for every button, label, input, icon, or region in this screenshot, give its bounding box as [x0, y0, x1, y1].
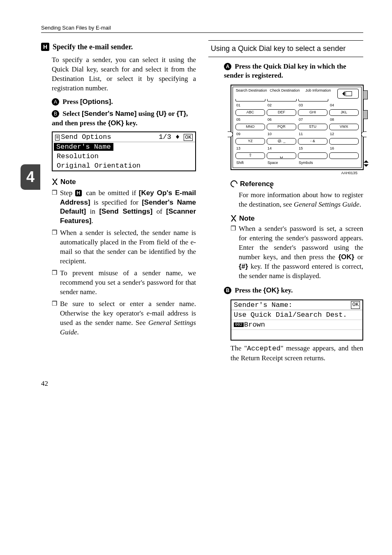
quick-dial-step-2: B Press the {OK} key.	[224, 286, 363, 295]
label-shift: Shift	[235, 161, 265, 165]
key-blank	[329, 138, 359, 145]
substep-1-number: A	[52, 98, 59, 106]
n4b: .	[77, 328, 79, 336]
ref-gsg: General Settings Guide	[294, 200, 360, 208]
bullet-icon: ❒	[231, 224, 239, 281]
accepted-mono: Accepted	[247, 345, 281, 352]
space-key-icon	[267, 152, 296, 159]
step-8-body: To specify a sender, you can select it u…	[52, 55, 196, 93]
note2-text: When a sender is selected, the sender na…	[60, 228, 196, 266]
s2a-r: Press the	[235, 286, 263, 294]
note-item-4: ❒ Be sure to select or enter a sender na…	[52, 299, 196, 337]
num-10: 10	[267, 132, 296, 136]
n1e: of	[152, 207, 166, 215]
reference-heading: Reference	[231, 180, 363, 188]
hash-key-ref: {#}	[239, 263, 248, 270]
num-14: 14	[267, 146, 296, 151]
substep-1-prefix: Press	[62, 98, 80, 106]
send-settings-key: [Send Settings]	[99, 207, 152, 215]
key-def: DEF	[267, 109, 296, 116]
note-heading: Note	[52, 178, 196, 186]
s2c: or	[166, 110, 176, 117]
num-01: 01	[235, 103, 265, 108]
chapter-side-tab: 4	[21, 164, 40, 190]
qd-step-1-text: Press the Quick Dial key in which the se…	[224, 62, 346, 80]
note-item-1: ❒ Step H can be omitted if [Key Op's E-m…	[52, 189, 196, 226]
key-mno: MNO	[235, 124, 265, 130]
screen2-line2: Use Quick Dial/Search Dest.	[231, 310, 362, 320]
top-label-1: Search Destination	[235, 89, 267, 94]
nrc: key. If the password entered is correct,…	[239, 263, 363, 280]
s2e: key.	[124, 119, 137, 127]
up-key: {U}	[156, 110, 167, 117]
step-ref-icon: H	[75, 190, 82, 196]
send-options-screen: ≡Send Options 1/3 ♦ OK Sender's Name Res…	[52, 131, 196, 171]
accepted-message-text: The "Accepted" message appears, and then…	[231, 344, 363, 363]
running-header: Sending Scan Files by E-mail	[41, 25, 363, 31]
blank-key	[329, 152, 359, 159]
down-key: {T}	[176, 110, 186, 117]
tab-icon	[235, 99, 265, 101]
note3-text: To prevent misuse of a sender name, we r…	[60, 269, 196, 297]
menu-icon: ≡	[55, 135, 60, 140]
updown-icon: ♦	[175, 133, 180, 141]
num-06: 06	[267, 117, 296, 122]
n1a: Step	[60, 189, 75, 197]
side-button-2	[363, 110, 368, 119]
key-jkl: JKL	[329, 109, 359, 116]
num-15: 15	[298, 146, 327, 151]
note-item-3: ❒ To prevent misuse of a sender name, we…	[52, 269, 196, 297]
key-pqr: PQR	[267, 124, 296, 130]
reference-body: For more information about how to regist…	[239, 191, 363, 210]
s2a: Select	[62, 110, 82, 117]
ok-key-ref: {OK}	[338, 253, 354, 261]
dest-name: Brown	[244, 321, 265, 329]
step-8: H Specify the e-mail sender.	[41, 43, 196, 51]
erase-key-icon	[337, 89, 359, 99]
n1c: is specified for	[90, 198, 142, 206]
header-rule	[41, 32, 363, 33]
quick-dial-section-title: Using a Quick Dial key to select a sende…	[208, 40, 363, 57]
num-03: 03	[298, 103, 327, 108]
note-item-2: ❒ When a sender is selected, the sender …	[52, 228, 196, 266]
left-column: H Specify the e-mail sender. To specify …	[41, 40, 196, 367]
senders-name-key: [Sender's Name]	[82, 110, 136, 117]
ok-key-2: {OK}	[263, 286, 279, 294]
screen-row-2: Resolution	[53, 152, 195, 161]
substep-2: B Select [Sender's Name] using {U} or {T…	[52, 109, 196, 128]
n1f: .	[92, 217, 93, 225]
screen2-ok: OK	[351, 301, 360, 309]
quick-dial-step-1: A Press the Quick Dial key in which the …	[224, 62, 363, 81]
top-label-3: Job Information	[302, 89, 334, 94]
symbols-key	[298, 152, 327, 159]
note-right-1: ❒ When a sender's password is set, a scr…	[231, 224, 363, 281]
taila: The "	[231, 344, 247, 352]
num-02: 02	[267, 103, 296, 108]
label-blank	[329, 161, 359, 165]
num-13: 13	[235, 146, 265, 151]
num-07: 07	[298, 117, 327, 122]
bullet-icon: ❒	[52, 299, 60, 337]
num-12: 12	[329, 132, 359, 136]
tab-icon	[267, 99, 297, 101]
scroll-indicator-icon	[364, 164, 369, 167]
substep-1: A Press [Options].	[52, 97, 196, 107]
key-ghi: GHI	[298, 109, 327, 116]
step-8-title: Specify the e-mail sender.	[53, 43, 133, 51]
options-key-label: [Options]	[80, 98, 111, 106]
screen2-title: Sender's Name:	[234, 301, 293, 309]
label-symbols: Symbols	[298, 161, 327, 165]
screen2-line4	[231, 330, 362, 340]
ok-key: {OK}	[108, 119, 124, 127]
bullet-icon: ❒	[52, 189, 60, 226]
num-09: 09	[235, 132, 265, 136]
num-04: 04	[329, 103, 359, 108]
num-08: 08	[329, 117, 359, 122]
nrb: or	[354, 253, 363, 261]
refb: .	[360, 200, 361, 208]
image-code: AAH013S	[214, 171, 357, 175]
screen-ok: OK	[184, 134, 193, 141]
qd-step-2-number: B	[224, 287, 231, 294]
substep-2-number: B	[52, 110, 59, 117]
key-vwx: VWX	[329, 124, 359, 130]
